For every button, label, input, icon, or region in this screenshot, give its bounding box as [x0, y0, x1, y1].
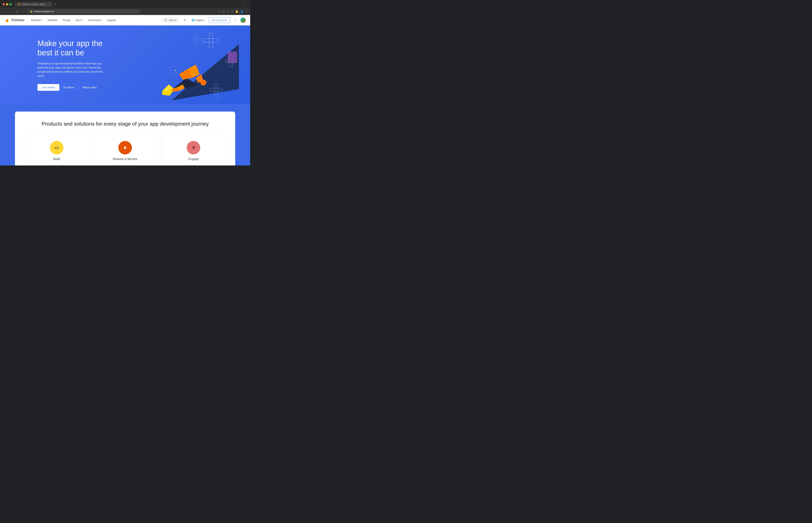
community-chevron-icon: ▾: [101, 19, 102, 21]
firebase-navbar: Firebase Products ▾ Solutions Pricing Do…: [0, 15, 250, 25]
svg-rect-3: [204, 39, 218, 42]
products-title: Products and solutions for every stage o…: [24, 121, 226, 127]
release-icon-wrapper: [118, 141, 132, 155]
svg-rect-9: [193, 38, 201, 40]
engage-card[interactable]: Engage: [161, 135, 226, 165]
browser-actions: ⬚ 🛡 ☆ ⬡ 🔔 👤 ⋮: [218, 10, 248, 13]
maximize-button[interactable]: [10, 3, 12, 5]
svg-rect-8: [196, 35, 198, 44]
nav-solutions[interactable]: Solutions: [45, 17, 60, 23]
products-section: Products and solutions for every stage o…: [0, 104, 250, 165]
engage-icon-wrapper: [187, 141, 200, 155]
refresh-button[interactable]: ↻: [15, 9, 20, 14]
minimize-button[interactable]: [6, 3, 8, 5]
hero-divider: |: [78, 86, 79, 89]
extension-icon[interactable]: ⬡: [231, 10, 233, 13]
browser-nav: ← → ↻ ⌂ 🔒 firebase.google.com ⬚ 🛡 ☆ ⬡ 🔔 …: [0, 8, 250, 15]
build-card[interactable]: <> Build: [24, 135, 89, 165]
restore-button[interactable]: [243, 3, 246, 6]
engage-icon: [190, 144, 197, 151]
hero-actions: Get started Try demo | Watch video: [37, 84, 116, 91]
try-demo-button[interactable]: Try demo: [63, 86, 74, 89]
get-started-button[interactable]: Get started: [37, 84, 59, 91]
hero-title: Make your app the best it can be: [37, 39, 116, 58]
language-chevron-icon: ▾: [204, 19, 205, 21]
firebase-logo-icon: [4, 18, 10, 23]
browser-tabs: Firebase | Google's Mobile a... ✕ +: [15, 2, 241, 7]
forward-button[interactable]: →: [8, 9, 14, 14]
svg-text:<>: <>: [54, 145, 59, 150]
nav-support-label: Support: [107, 19, 116, 21]
hero-svg: [134, 29, 239, 104]
nav-pricing-label: Pricing: [63, 19, 70, 21]
nav-solutions-label: Solutions: [48, 19, 57, 21]
close-button[interactable]: [3, 3, 5, 5]
language-selector[interactable]: 🌐 English ▾: [190, 18, 206, 23]
svg-point-15: [200, 79, 206, 86]
back-button[interactable]: ←: [2, 9, 7, 14]
firebase-logo[interactable]: Firebase: [4, 18, 24, 23]
build-icon: <>: [53, 144, 60, 151]
build-label: Build: [53, 158, 60, 161]
search-bar[interactable]: 🔍 Search: [161, 18, 179, 23]
search-icon: 🔍: [164, 19, 167, 21]
hero-content: Make your app the best it can be Firebas…: [37, 39, 116, 91]
url-text: firebase.google.com: [34, 10, 54, 13]
go-to-console-button[interactable]: Go to console: [209, 17, 230, 23]
profile-icon[interactable]: 👤: [240, 10, 244, 13]
svg-point-18: [173, 73, 174, 74]
watch-video-button[interactable]: Watch video: [83, 86, 97, 89]
menu-icon[interactable]: ⋮: [245, 10, 248, 13]
nav-support[interactable]: Support: [105, 17, 118, 23]
nav-products-label: Products: [31, 19, 41, 21]
tab-close-icon[interactable]: ✕: [48, 3, 50, 5]
release-monitor-label: Release & Monitor: [113, 158, 138, 161]
nav-docs[interactable]: Docs ▾: [73, 17, 85, 23]
language-label: English: [195, 19, 203, 21]
search-label: Search: [169, 19, 176, 21]
browser-titlebar: Firebase | Google's Mobile a... ✕ +: [0, 0, 250, 8]
nav-pricing[interactable]: Pricing: [61, 17, 73, 23]
hero-description: Firebase is an app development platform …: [37, 61, 105, 78]
globe-icon: 🌐: [191, 19, 194, 21]
nav-products[interactable]: Products ▾: [29, 17, 45, 23]
products-card: Products and solutions for every stage o…: [15, 112, 235, 165]
active-tab[interactable]: Firebase | Google's Mobile a... ✕: [15, 2, 52, 7]
more-options-button[interactable]: ⋮: [232, 17, 238, 23]
browser-window: Firebase | Google's Mobile a... ✕ + ← → …: [0, 0, 250, 165]
products-grid: <> Build: [24, 135, 226, 165]
new-tab-button[interactable]: +: [53, 2, 58, 6]
traffic-lights: [3, 3, 12, 5]
docs-chevron-icon: ▾: [82, 19, 83, 21]
bookmark-star-icon[interactable]: ☆: [227, 10, 229, 13]
engage-label: Engage: [189, 158, 199, 161]
nav-community-label: Community: [88, 19, 100, 21]
release-monitor-card[interactable]: Release & Monitor: [92, 135, 158, 165]
user-avatar[interactable]: [241, 18, 246, 23]
nav-community[interactable]: Community ▾: [86, 17, 104, 23]
notifications-icon[interactable]: 🔔: [235, 10, 239, 13]
release-icon: [122, 144, 128, 151]
lock-icon: 🔒: [30, 10, 33, 13]
hero-illustration: [134, 29, 239, 104]
hero-section: Make your app the best it can be Firebas…: [0, 25, 250, 104]
svg-rect-2: [209, 33, 213, 48]
nav-docs-label: Docs: [76, 19, 81, 21]
svg-point-19: [176, 75, 177, 75]
address-bar[interactable]: 🔒 firebase.google.com: [28, 10, 140, 14]
home-button[interactable]: ⌂: [21, 9, 26, 14]
nav-links: Products ▾ Solutions Pricing Docs ▾ Comm…: [29, 17, 161, 23]
svg-point-16: [175, 70, 176, 71]
shield-icon[interactable]: 🛡: [222, 10, 225, 13]
svg-rect-10: [228, 52, 237, 63]
build-icon-wrapper: <>: [50, 141, 64, 155]
website-content: Firebase Products ▾ Solutions Pricing Do…: [0, 15, 250, 165]
cast-icon[interactable]: ⬚: [218, 10, 220, 13]
logo-text: Firebase: [11, 18, 24, 22]
theme-toggle-button[interactable]: ☀: [182, 17, 188, 23]
tab-title: Firebase | Google's Mobile a...: [22, 3, 47, 5]
svg-point-17: [177, 72, 178, 73]
nav-right: 🔍 Search ☀ 🌐 English ▾ Go to console ⋮: [161, 17, 246, 23]
tab-favicon: [18, 3, 20, 6]
products-chevron-icon: ▾: [41, 19, 42, 21]
